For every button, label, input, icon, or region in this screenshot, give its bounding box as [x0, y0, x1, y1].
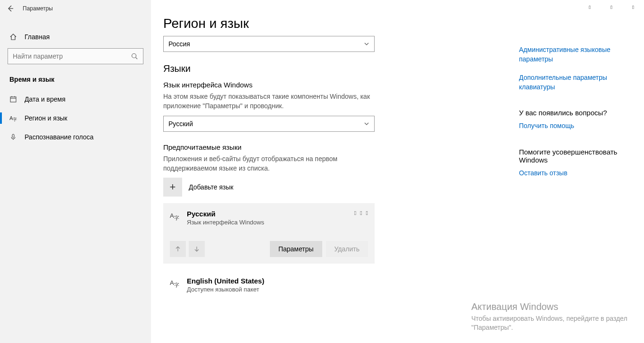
sidebar: Параметры Главная Время и язык Дата и вр…: [0, 0, 151, 343]
move-up-button[interactable]: [170, 241, 186, 257]
chevron-down-icon: [364, 41, 369, 47]
language-icon: A字: [9, 114, 17, 122]
activation-watermark: Активация Windows Чтобы активировать Win…: [471, 301, 632, 333]
language-subtitle: Язык интерфейса Windows: [187, 219, 264, 226]
nav-speech[interactable]: Распознавание голоса: [0, 128, 151, 146]
svg-line-2: [136, 58, 138, 60]
display-language-icon: : [354, 210, 356, 216]
svg-point-1: [132, 54, 136, 58]
nav-label: Распознавание голоса: [25, 133, 93, 141]
move-down-button[interactable]: [189, 241, 205, 257]
section-label: Время и язык: [0, 73, 151, 90]
improve-heading: Помогите усовершенствовать Windows: [519, 148, 632, 164]
home-icon: [9, 33, 17, 41]
admin-language-settings-link[interactable]: Административные языковые параметры: [519, 45, 632, 64]
region-value: Россия: [168, 40, 190, 48]
handwriting-icon: : [366, 210, 368, 216]
home-button[interactable]: Главная: [0, 28, 151, 45]
svg-rect-3: [10, 97, 16, 102]
svg-rect-9: [12, 134, 14, 137]
language-name: English (United States): [187, 277, 264, 285]
search-icon: [131, 52, 138, 60]
keyboard-icon: : [360, 210, 362, 216]
language-icon: A字: [170, 210, 180, 226]
nav-label: Регион и язык: [25, 114, 67, 122]
language-subtitle: Доступен языковой пакет: [187, 286, 264, 293]
nav-label: Дата и время: [25, 95, 66, 103]
svg-text:字: 字: [174, 215, 179, 221]
language-item-english[interactable]: A字 English (United States) Доступен язык…: [163, 270, 375, 300]
microphone-icon: [9, 133, 17, 141]
calendar-icon: [9, 95, 17, 103]
advanced-keyboard-settings-link[interactable]: Дополнительные параметры клавиатуры: [519, 73, 632, 92]
related-settings: Административные языковые параметры Допо…: [519, 45, 632, 188]
nav-region-language[interactable]: A字 Регион и язык: [0, 109, 151, 128]
get-help-link[interactable]: Получить помощь: [519, 121, 632, 131]
interface-language-dropdown[interactable]: Русский: [163, 116, 375, 132]
svg-text:字: 字: [174, 282, 179, 288]
home-label: Главная: [25, 33, 50, 41]
questions-heading: У вас появились вопросы?: [519, 109, 632, 117]
titlebar: Параметры: [0, 0, 151, 17]
search-box[interactable]: [8, 48, 143, 64]
region-dropdown[interactable]: Россия: [163, 36, 375, 52]
language-item-russian[interactable]: A字 Русский Язык интерфейса Windows   : [163, 203, 375, 264]
remove-button: Удалить: [326, 241, 368, 257]
chevron-down-icon: [364, 121, 369, 127]
page-title: Регион и язык: [163, 16, 632, 31]
interface-language-desc: На этом языке будут показываться такие к…: [163, 92, 375, 111]
activation-sub: Чтобы активировать Windows, перейдите в …: [471, 314, 632, 333]
back-button[interactable]: [7, 5, 14, 12]
language-icon: A字: [170, 277, 180, 293]
plus-icon: +: [163, 178, 182, 197]
search-input[interactable]: [13, 52, 131, 60]
nav-date-time[interactable]: Дата и время: [0, 90, 151, 109]
svg-text:A: A: [170, 212, 174, 219]
language-name: Русский: [187, 210, 264, 218]
svg-text:A: A: [170, 279, 174, 286]
svg-text:字: 字: [13, 117, 17, 122]
activation-heading: Активация Windows: [471, 301, 632, 312]
interface-language-value: Русский: [168, 120, 193, 128]
feedback-link[interactable]: Оставить отзыв: [519, 169, 632, 178]
add-language-label: Добавьте язык: [189, 183, 234, 191]
window-title: Параметры: [23, 5, 53, 12]
language-badges:   : [354, 210, 368, 216]
preferred-languages-desc: Приложения и веб-сайты будут отображатьс…: [163, 154, 375, 173]
options-button[interactable]: Параметры: [270, 241, 322, 257]
